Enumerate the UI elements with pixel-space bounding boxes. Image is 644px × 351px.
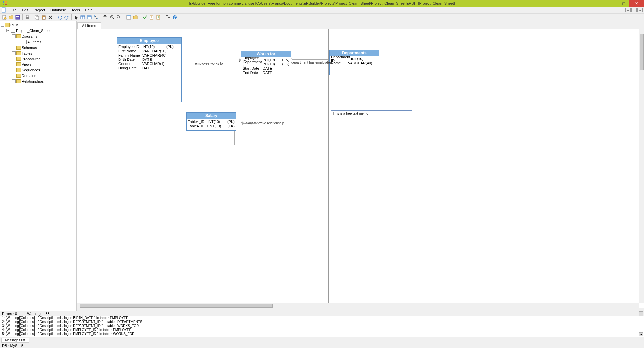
svg-rect-22 [94, 15, 95, 17]
window-button[interactable] [126, 14, 132, 20]
folder-icon [16, 68, 21, 72]
tree-label: Schemas [22, 46, 37, 50]
minimize-button[interactable]: — [609, 0, 619, 7]
entity-button[interactable] [86, 14, 92, 20]
svg-line-24 [95, 16, 97, 19]
entity-column: Hiring DateDATE [118, 66, 180, 70]
scrollbar-thumb[interactable] [640, 34, 644, 70]
doc-icon [1, 7, 7, 13]
folder-icon [5, 23, 10, 27]
scroll-up-button[interactable]: ▴ [639, 311, 643, 316]
tree-label: Views [22, 62, 31, 66]
tree-panel: −PDM −Project_Clean_Sheet −Diagrams All … [0, 21, 77, 311]
menu-tools[interactable]: Tools [69, 7, 82, 13]
splitter-handle[interactable]: . . . . . . [77, 308, 644, 311]
undo-button[interactable] [57, 14, 63, 20]
entity-employee[interactable]: Employee Employee IDINT(10)(PK)First Nam… [117, 37, 182, 102]
svg-point-40 [166, 15, 168, 17]
tree-views[interactable]: Views [12, 61, 76, 67]
svg-point-8 [4, 17, 6, 19]
paste-button[interactable] [41, 14, 47, 20]
tree-schemas[interactable]: Schemas [12, 45, 76, 50]
folder-button[interactable] [132, 14, 138, 20]
folder-icon [16, 57, 21, 61]
memo-box[interactable]: This is a free text memo [331, 110, 412, 127]
tree-sequences[interactable]: Sequences [12, 67, 76, 73]
scroll-down-button[interactable]: ▾ [639, 332, 643, 336]
tree-procedures[interactable]: Procedures [12, 56, 76, 61]
redo-button[interactable] [64, 14, 70, 20]
diagram-canvas[interactable]: Employee Employee IDINT(10)(PK)First Nam… [77, 29, 644, 308]
svg-rect-16 [43, 17, 45, 19]
rel-label-dept-emp: department has employees [291, 61, 332, 64]
delete-button[interactable] [47, 14, 53, 20]
mdi-restore-button[interactable]: ❐ [631, 8, 637, 12]
svg-line-33 [119, 18, 121, 19]
svg-rect-5 [3, 9, 5, 9]
tree-domains[interactable]: Domains [12, 73, 76, 78]
entity-body: Department IDINT(10)NameVARCHAR(40) [330, 56, 379, 66]
expand-icon[interactable]: + [12, 51, 16, 55]
entity-works-for[interactable]: Works for Employee IDINT(10)(FK)Departme… [241, 51, 291, 87]
entity-salary[interactable]: Salary Table4_IDINT(10)(PK)Table4_ID_1IN… [186, 112, 236, 131]
entity-column: Department IDINT(10) [331, 57, 378, 61]
tree-label: All Items [27, 40, 41, 44]
new-button[interactable] [1, 14, 7, 20]
save-button[interactable] [15, 14, 21, 20]
status-bar: DB : MySql 5 [0, 343, 644, 348]
tree-diagrams[interactable]: −Diagrams [12, 33, 76, 39]
help-button[interactable]: ? [172, 14, 178, 20]
zoom-out-button[interactable] [109, 14, 115, 20]
pointer-button[interactable] [73, 14, 79, 20]
entity-column: Employee IDINT(10)(PK) [118, 44, 180, 49]
mdi-close-button[interactable]: × [637, 8, 643, 12]
menu-database[interactable]: Database [48, 7, 69, 13]
mdi-minimize-button[interactable]: – [625, 8, 631, 12]
app-icon [2, 1, 7, 6]
maximize-button[interactable]: ▢ [619, 0, 629, 7]
vertical-scrollbar[interactable] [639, 29, 644, 303]
zoom-fit-button[interactable] [116, 14, 122, 20]
check-button[interactable] [142, 14, 148, 20]
settings-button[interactable] [165, 14, 171, 20]
entity-departments[interactable]: Departments Department IDINT(10)NameVARC… [329, 50, 379, 75]
open-button[interactable] [8, 14, 14, 20]
menu-project[interactable]: Project [31, 7, 48, 13]
canvas-tabs: All Items [77, 21, 644, 29]
tree-tables[interactable]: +Tables [12, 50, 76, 56]
messages-header: Errors : 0 Warnings : 33 ▴ [0, 311, 644, 316]
tree-all-items[interactable]: All Items [18, 39, 76, 45]
tree-relationships[interactable]: +Relationships [12, 78, 76, 84]
message-line: 3: [Warning][Columns] : " Description mi… [2, 324, 644, 328]
script-button[interactable] [149, 14, 155, 20]
tree-label: Relationships [22, 79, 44, 83]
zoom-in-button[interactable] [103, 14, 109, 20]
close-button[interactable]: ✕ [629, 0, 644, 7]
print-button[interactable] [24, 14, 30, 20]
menu-edit[interactable]: Edit [19, 7, 31, 13]
svg-line-30 [113, 18, 114, 19]
svg-line-26 [106, 18, 107, 19]
expand-icon[interactable]: + [12, 79, 16, 83]
scrollbar-thumb[interactable] [80, 304, 273, 308]
collapse-icon[interactable]: − [6, 29, 10, 32]
tree-root-pdm[interactable]: −PDM [1, 22, 76, 28]
tab-all-items[interactable]: All Items [77, 22, 101, 29]
entity-body: Employee IDINT(10)(FK)Department IDINT(1… [242, 57, 291, 75]
menu-help[interactable]: Help [82, 7, 95, 13]
relation-button[interactable] [93, 14, 99, 20]
svg-rect-2 [3, 4, 4, 5]
export-button[interactable] [155, 14, 161, 20]
collapse-icon[interactable]: − [1, 23, 4, 27]
tree-label: PDM [10, 23, 18, 27]
svg-rect-1 [5, 1, 7, 3]
collapse-icon[interactable]: − [12, 34, 16, 38]
entity-column: First NameVARCHAR(20) [118, 49, 180, 53]
tree-label: Tables [22, 51, 32, 55]
messages-tab[interactable]: Messages list [1, 338, 29, 343]
menu-file[interactable]: File [8, 7, 19, 13]
tree-project[interactable]: −Project_Clean_Sheet [6, 28, 76, 33]
horizontal-scrollbar[interactable] [77, 303, 639, 308]
table-button[interactable] [80, 14, 86, 20]
copy-button[interactable] [34, 14, 40, 20]
